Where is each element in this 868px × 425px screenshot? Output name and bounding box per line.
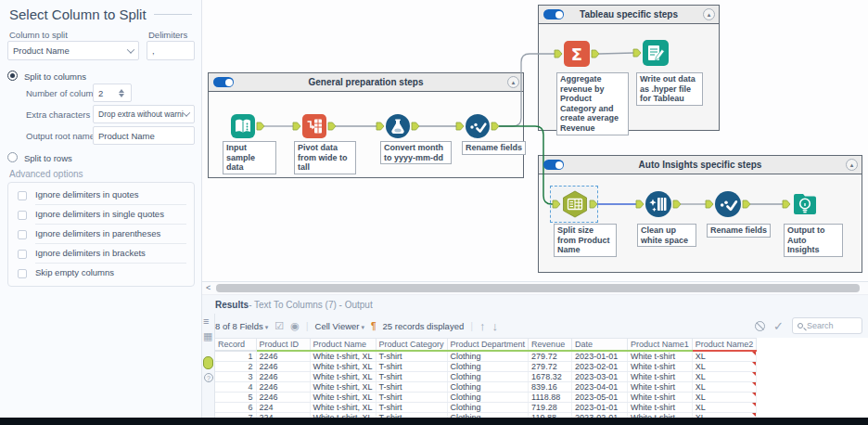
table-cell[interactable]: White t-shirt, XL: [310, 402, 376, 412]
output-auto-insights-tool-icon[interactable]: [791, 190, 819, 218]
table-cell[interactable]: XL: [692, 402, 757, 412]
table-cell[interactable]: 2023-03-01: [572, 371, 628, 381]
tool-label[interactable]: Rename fields: [462, 141, 526, 155]
split-to-rows-radio[interactable]: [7, 152, 18, 162]
column-header[interactable]: Product Category: [376, 339, 447, 351]
table-cell[interactable]: White t-shirt: [628, 392, 693, 402]
checkbox[interactable]: [18, 269, 27, 278]
table-cell[interactable]: XL: [692, 371, 757, 381]
table-cell[interactable]: Clothing: [447, 351, 529, 362]
container-enable-toggle[interactable]: [213, 77, 234, 87]
column-header[interactable]: Revenue: [529, 339, 572, 351]
table-cell[interactable]: White t-shirt: [628, 361, 693, 371]
collapse-button[interactable]: ▴: [703, 8, 715, 20]
fields-summary-dropdown[interactable]: 8 of 8 Fields▾: [215, 321, 268, 331]
collapse-button[interactable]: ▴: [507, 76, 519, 88]
table-row[interactable]: 12246White t-shirt, XLT-shirtClothing279…: [215, 351, 757, 362]
column-header[interactable]: Product ID: [256, 339, 310, 351]
table-cell[interactable]: 1678.32: [529, 371, 572, 381]
advanced-option-row[interactable]: Skip empty columns: [18, 264, 186, 283]
focus-icon[interactable]: ◉: [290, 320, 300, 332]
table-cell[interactable]: White t-shirt, XL: [310, 381, 376, 392]
table-cell[interactable]: White t-shirt, XL: [310, 392, 376, 402]
table-cell[interactable]: 839.16: [529, 381, 572, 392]
connection-list-icon[interactable]: ≡: [203, 316, 209, 327]
table-cell[interactable]: 1118.88: [529, 392, 572, 402]
tool-label[interactable]: Split size from Product Name: [554, 224, 617, 257]
table-cell[interactable]: 2: [215, 361, 256, 371]
select-fields-icon[interactable]: ☑: [274, 320, 284, 332]
table-cell[interactable]: White t-shirt, XL: [310, 371, 376, 381]
search-input[interactable]: [807, 321, 853, 330]
table-cell[interactable]: 2246: [256, 371, 310, 381]
tool-label[interactable]: Output to Auto Insights: [784, 224, 843, 257]
column-header[interactable]: Product Name1: [628, 339, 693, 351]
container-enable-toggle[interactable]: [543, 9, 564, 19]
scroll-down-icon[interactable]: ↓: [492, 319, 499, 333]
number-stepper[interactable]: [119, 85, 124, 100]
advanced-option-row[interactable]: Ignore delimiters in brackets: [18, 244, 186, 264]
table-cell[interactable]: 2246: [256, 361, 310, 371]
delimiters-input[interactable]: [147, 41, 195, 60]
tool-label[interactable]: Clean up white space: [637, 224, 696, 247]
table-cell[interactable]: 2023-01-01: [572, 402, 628, 412]
column-header[interactable]: Product Name2: [692, 339, 757, 351]
extra-characters-dropdown[interactable]: Drop extra without warning: [93, 105, 195, 123]
table-cell[interactable]: 4: [215, 381, 256, 392]
table-cell[interactable]: Clothing: [447, 371, 529, 381]
table-cell[interactable]: White t-shirt, XL: [310, 351, 376, 362]
apply-icon[interactable]: ✓: [773, 319, 784, 333]
advanced-option-row[interactable]: Ignore delimiters in parentheses: [18, 225, 186, 244]
table-cell[interactable]: 2246: [256, 381, 310, 392]
horizontal-scrollbar[interactable]: <: [202, 282, 868, 295]
table-cell[interactable]: White t-shirt: [628, 381, 693, 392]
table-cell[interactable]: 1: [215, 351, 256, 362]
table-cell[interactable]: 3: [215, 371, 256, 381]
checkbox[interactable]: [18, 211, 27, 220]
select-tool-icon[interactable]: [714, 190, 742, 218]
whitespace-toggle-icon[interactable]: ¶: [371, 321, 377, 331]
transpose-tool-icon[interactable]: [301, 113, 327, 139]
checkbox[interactable]: [18, 191, 27, 200]
column-header[interactable]: Product Department: [447, 339, 529, 351]
table-row[interactable]: 52246White t-shirt, XLT-shirtClothing111…: [215, 392, 757, 402]
scrollbar-thumb[interactable]: [216, 284, 860, 292]
advanced-option-row[interactable]: Ignore delimiters in quotes: [18, 186, 186, 205]
table-cell[interactable]: XL: [692, 381, 757, 392]
output-anchor-button[interactable]: [203, 356, 213, 369]
table-cell[interactable]: 2246: [256, 351, 310, 362]
checkbox[interactable]: [18, 230, 27, 239]
table-cell[interactable]: T-shirt: [376, 361, 447, 371]
tool-label[interactable]: Convert month to yyyy-mm-dd: [380, 141, 452, 164]
data-cleansing-tool-icon[interactable]: [645, 190, 672, 218]
table-cell[interactable]: T-shirt: [376, 351, 447, 362]
column-to-split-dropdown[interactable]: Product Name: [7, 41, 139, 60]
split-to-columns-radio[interactable]: [7, 71, 18, 81]
column-header[interactable]: Record: [215, 339, 256, 351]
output-data-tool-icon[interactable]: [642, 39, 670, 67]
search-box[interactable]: [792, 317, 862, 334]
table-cell[interactable]: Clothing: [447, 361, 529, 371]
table-cell[interactable]: White t-shirt: [628, 402, 693, 412]
table-cell[interactable]: 2023-02-01: [572, 361, 628, 371]
summarize-tool-icon[interactable]: Σ: [563, 40, 591, 68]
table-cell[interactable]: 2023-01-01: [572, 351, 628, 362]
column-header[interactable]: Product Name: [310, 339, 376, 351]
table-cell[interactable]: 5: [215, 392, 256, 402]
table-cell[interactable]: 279.72: [529, 361, 572, 371]
table-cell[interactable]: XL: [692, 351, 757, 362]
clear-filter-icon[interactable]: [755, 321, 765, 331]
table-cell[interactable]: T-shirt: [376, 371, 447, 381]
scroll-up-icon[interactable]: ↑: [479, 319, 486, 333]
results-table-wrap[interactable]: RecordProduct IDProduct NameProduct Cate…: [215, 338, 868, 419]
grid-view-icon[interactable]: ▦: [203, 330, 212, 342]
table-row[interactable]: 32246White t-shirt, XLT-shirtClothing167…: [215, 371, 757, 381]
table-cell[interactable]: 279.72: [529, 351, 572, 362]
advanced-option-row[interactable]: Ignore delimiters in single quotes: [18, 205, 186, 225]
table-cell[interactable]: Clothing: [447, 381, 529, 392]
table-cell[interactable]: 2023-04-01: [572, 381, 628, 392]
table-cell[interactable]: White t-shirt: [628, 371, 693, 381]
table-cell[interactable]: 719.28: [529, 402, 572, 412]
table-cell[interactable]: 224: [256, 402, 310, 412]
select-tool-icon[interactable]: [465, 113, 491, 139]
